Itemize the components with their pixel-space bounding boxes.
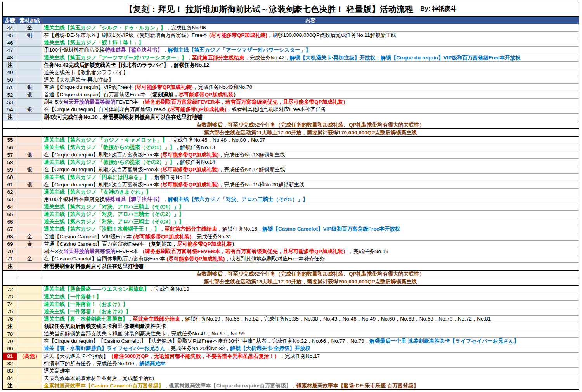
bonus-cell	[17, 286, 42, 293]
step-cell: 53	[3, 99, 17, 106]
text-segment: 通关当前解锁的全部支线关卡和里·泳装剑豪决胜关卡，完成任务No.41，No.65…	[44, 330, 245, 337]
text-segment: 在【赌场·DE·乐市乐座】刷取1次VIP级（复刻新增百万富翁级）Free本	[44, 32, 209, 39]
table-row: 70刷2~3次当天开放的最高等级的FEVER本 （请务必刷取百万富翁级FEVER…	[3, 248, 579, 255]
text-segment: ，刷够130,000,000QP点数后完成任务No.11解锁新主线	[267, 32, 396, 39]
bonus-cell: 银	[17, 91, 42, 98]
content-cell: 通关主线【第六カジノ 「カジノ・キャメロット」】，完成任务No.45，No.48…	[42, 137, 579, 144]
bonus-cell	[17, 301, 42, 308]
bonus-cell	[17, 69, 42, 76]
content-cell: 在【Cirque du requin】刷取2次百万富翁级Free本 (尽可能多带…	[42, 151, 579, 158]
text-segment: ）	[233, 91, 239, 98]
text-segment: 尽可能多带QP加成礼装	[177, 241, 232, 248]
content-cell: 通关主线【一件落着！（おまけ2）】	[42, 308, 579, 315]
text-segment: 通关主线【第六カジノ「決戦！水着獅子王！」】	[44, 225, 159, 232]
text-segment: ，完成任务No.20和No.82，	[165, 345, 230, 352]
text-segment: 通关主线【第六カジノ「对決、アロハ三騎士（その3）」】	[44, 218, 184, 225]
step-cell: 82	[3, 360, 17, 367]
bonus-cell	[17, 263, 42, 270]
step-cell: 59	[3, 166, 17, 173]
content-cell: 首通【Casino Camelot】VIP级Free本 (尽可能多带QP加成礼装…	[42, 233, 579, 240]
table-row: 64通关主线【第六カジノ「对決、アロハ三騎士（その1）」】	[3, 203, 579, 211]
text-segment: 至此全主线部分结束	[133, 316, 180, 323]
table-row: 69金首通【Casino Camelot】百万富翁级Free本 （复刻追加，尽可…	[3, 241, 579, 248]
step-cell: 64	[3, 203, 17, 210]
text-segment: 任务No.42完成后解锁支线关卡【敗北者のララバイ】，解锁任务No.12	[44, 62, 209, 69]
bonus-cell	[17, 218, 42, 225]
table-row: 46通关主线【第五カジノ「鮫！姉！母！」】	[3, 39, 579, 47]
bonus-cell	[17, 159, 42, 166]
table-row: 53刷4~5次当天开放的最高等级的FEVER本 （请务必刷取百万富翁级FEVER…	[3, 99, 579, 106]
text-segment: ，	[163, 47, 168, 54]
step-cell: 63	[3, 196, 17, 203]
content-cell: 通关主线【一件落着！】	[42, 293, 579, 300]
content-cell: 若需要刷金材料搬商店可以住在这里打地铺	[42, 263, 579, 270]
text-segment: 解锁主线【第六カジノ「对決、アロハ三騎士（その1）」】	[168, 196, 308, 203]
bonus-cell	[17, 39, 42, 46]
table-row: 54银在【Cirque du requin】自回体刷取百万富翁级Free本 (尽…	[3, 106, 579, 113]
table-row: 72通关主线【勝負最終——ウエスタン巌流島】，完成任务No.18	[3, 286, 579, 293]
text-segment: 刷4~5次	[44, 99, 63, 106]
content-cell: 金素材最高效率本【Casino Camelot·百万富翁级】，银素材最高效率本【…	[42, 382, 579, 389]
text-segment: 通关主线【第五カジノ「鮫！姉！母！」】	[44, 39, 144, 46]
step-cell: 49	[3, 69, 17, 76]
text-segment: 在【Cirque du requin】自回体刷取百万富翁级Free本	[44, 106, 168, 113]
rows: 44金通关主线【第五カジノ「シルク・ドゥ・ルカン」】，完成任务No.9645铜在…	[3, 24, 579, 389]
text-segment: 通关主线【第六カジノ「円卓には円卓を」】	[44, 174, 149, 181]
table-row: 60通关主线【第六カジノ「円卓には円卓を」】，解锁任务No.15	[3, 174, 579, 181]
note-row: 注任务No.42完成后解锁支线关卡【敗北者のララバイ】，解锁任务No.12	[3, 62, 579, 69]
content-cell: 通关【大机遇关卡·再加注级】	[42, 76, 579, 83]
text-segment: ，解锁任务No.14	[175, 159, 215, 166]
table-row: 48通关主线【第五カジノ「アーツマザー对パワーシスター」】，至此第五部分主线结束…	[3, 54, 579, 62]
text-segment: ，	[163, 196, 168, 203]
step-cell: 58	[3, 159, 17, 166]
text-segment: 解锁主线【第五カジノ「アーツマザー对パワーシスター」】	[168, 47, 311, 54]
spreadsheet: 【复刻：拜见！ 拉斯维加斯御前比试～泳装剑豪七色决胜！ 轻量版】活动流程 By:…	[2, 2, 579, 390]
table-row: 63用100个银材料在商店兑换特殊道具【狮子决斗书】，解锁主线【第六カジノ「对決…	[3, 196, 579, 203]
bonus-cell	[17, 129, 42, 136]
text-segment: 在【Cirque du requin】刷取2次百万富翁级Free本	[44, 181, 161, 188]
bonus-cell	[17, 316, 42, 323]
bonus-cell	[17, 114, 42, 121]
table-row: 50通关【大机遇关卡·再加注级】	[3, 76, 579, 84]
text-segment: 至此第五部分主线结束	[192, 54, 244, 61]
text-segment: ，完成任务No.13解锁新主线	[219, 151, 285, 158]
bonus-cell	[17, 99, 42, 106]
table-row: 58通关主线【第六カジノ 「教授からの提案（その2）」】，解锁任务No.14	[3, 159, 579, 166]
text-segment: ，	[128, 316, 133, 323]
bonus-cell: 银	[17, 151, 42, 158]
bonus-cell	[17, 293, 42, 300]
text-segment: (尽可能多带QP加成礼装)	[161, 181, 219, 188]
step-cell: 76	[3, 316, 17, 323]
step-cell: 61	[3, 181, 17, 188]
bonus-cell	[17, 308, 42, 315]
separator-row: 点数刷够后，可至少完成52个任务（完成任务的数量和加成礼装、QP礼装携带均有很大…	[3, 121, 579, 129]
content-cell: 扫清剩下的所有任务，完成任务No.100，解锁高难本	[42, 360, 579, 367]
step-cell	[3, 121, 17, 128]
text-segment: 解锁【大机遇关卡·全押级】开放权	[230, 345, 310, 352]
content-cell: 通关主线【第五カジノ「シルク・ドゥ・ルカン」】，完成任务No.96	[42, 24, 579, 31]
table-row: 65通关主线【第六カジノ「对決、アロハ三騎士（その2）」】	[3, 211, 579, 218]
text-segment: 通关主线【一件落着！（おまけ2）】	[44, 308, 131, 315]
text-segment: ，	[164, 382, 169, 389]
text-segment: 解锁高难本	[139, 360, 166, 367]
bonus-cell	[17, 338, 42, 345]
text-segment: 首通【Cirque du requin】VIP级Free本	[44, 84, 135, 91]
text-segment: 特殊道具【狮子决斗书】	[105, 196, 163, 203]
text-segment: （请务必刷取百万富翁级FEVER本，若有百万富翁级则优先，且尽可能多带QP加成礼…	[140, 248, 348, 255]
step-cell: 注	[3, 323, 17, 330]
content-cell: 通关主线【第六カジノ 「教授からの提案（その1）」】，解锁任务No.13	[42, 144, 579, 151]
bonus-cell: 银	[17, 181, 42, 188]
bonus-cell: 金	[17, 255, 42, 262]
content-cell: 在【Cirque du requin】刷取2次百万富翁级Free本 (尽可能多带…	[42, 166, 579, 173]
text-segment: 金素材最高效率本【Casino Camelot·百万富翁级】	[44, 382, 164, 389]
content-cell: 通关主线【勝負最終——ウエスタン巌流島】，完成任务No.18	[42, 286, 579, 293]
step-cell: 68	[3, 233, 17, 240]
content-cell: 第七部分主线在活动第13天晚上17:00开放，需要累计获得200,000,000…	[42, 278, 579, 285]
text-segment: 通关主线【勝負最終——ウエスタン巌流島】	[44, 286, 149, 293]
content-cell: 通关主线【第五カジノ「鮫！姉！母！」】	[42, 39, 579, 46]
content-cell: 通关主线【裏・水着剣豪七番勝負】，至此全主线部分结束，解锁任务No.19，No.…	[42, 316, 579, 323]
step-cell: 注	[3, 263, 17, 270]
text-segment: 通关【裏・水着剣豪勝負】ライフセイバーお兄さん	[44, 345, 165, 352]
text-segment: 刷2~3次	[44, 248, 63, 255]
text-segment: ，完成任务No.15和No.30解锁新主线	[219, 181, 305, 188]
